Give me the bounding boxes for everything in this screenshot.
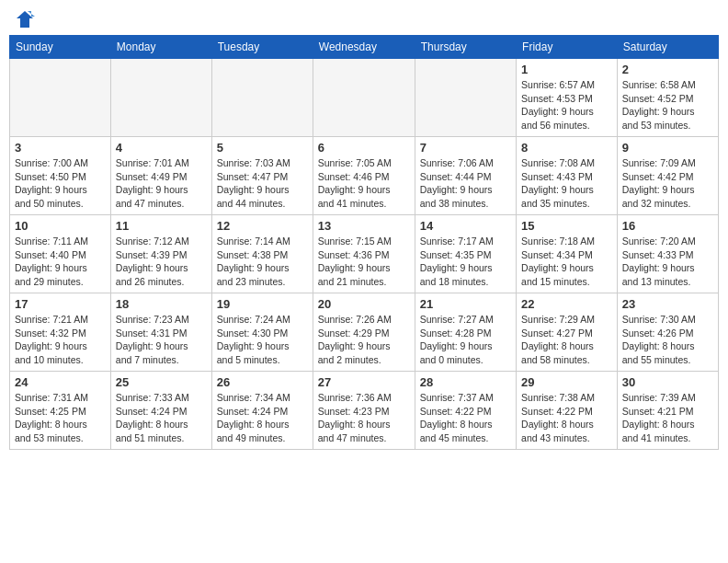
day-info: Sunrise: 6:58 AM Sunset: 4:52 PM Dayligh… — [622, 78, 713, 132]
day-info: Sunrise: 7:08 AM Sunset: 4:43 PM Dayligh… — [521, 156, 612, 211]
calendar-cell: 3Sunrise: 7:00 AM Sunset: 4:50 PM Daylig… — [10, 137, 111, 215]
week-row-4: 17Sunrise: 7:21 AM Sunset: 4:32 PM Dayli… — [10, 293, 719, 372]
day-info: Sunrise: 7:39 AM Sunset: 4:21 PM Dayligh… — [622, 391, 713, 445]
week-row-2: 3Sunrise: 7:00 AM Sunset: 4:50 PM Daylig… — [10, 137, 719, 215]
calendar-cell: 10Sunrise: 7:11 AM Sunset: 4:40 PM Dayli… — [10, 215, 111, 293]
day-header-saturday: Saturday — [617, 36, 718, 59]
day-info: Sunrise: 7:06 AM Sunset: 4:44 PM Dayligh… — [420, 156, 511, 211]
day-number: 26 — [217, 375, 308, 389]
calendar: SundayMondayTuesdayWednesdayThursdayFrid… — [9, 35, 719, 450]
day-info: Sunrise: 6:57 AM Sunset: 4:53 PM Dayligh… — [521, 78, 612, 132]
calendar-cell: 12Sunrise: 7:14 AM Sunset: 4:38 PM Dayli… — [211, 215, 313, 293]
day-number: 22 — [521, 297, 612, 311]
day-number: 6 — [318, 141, 410, 155]
day-number: 11 — [116, 219, 207, 233]
day-number: 29 — [521, 375, 612, 389]
week-row-3: 10Sunrise: 7:11 AM Sunset: 4:40 PM Dayli… — [10, 215, 719, 293]
day-number: 30 — [622, 375, 713, 389]
calendar-cell: 9Sunrise: 7:09 AM Sunset: 4:42 PM Daylig… — [617, 137, 718, 215]
week-row-1: 1Sunrise: 6:57 AM Sunset: 4:53 PM Daylig… — [10, 59, 719, 137]
page: SundayMondayTuesdayWednesdayThursdayFrid… — [0, 0, 728, 563]
day-number: 14 — [420, 219, 511, 233]
day-number: 13 — [318, 219, 410, 233]
logo-text — [13, 9, 35, 29]
calendar-cell — [313, 59, 415, 137]
calendar-cell: 29Sunrise: 7:38 AM Sunset: 4:22 PM Dayli… — [517, 372, 618, 450]
calendar-cell: 28Sunrise: 7:37 AM Sunset: 4:22 PM Dayli… — [415, 372, 516, 450]
calendar-cell: 6Sunrise: 7:05 AM Sunset: 4:46 PM Daylig… — [313, 137, 415, 215]
calendar-cell: 25Sunrise: 7:33 AM Sunset: 4:24 PM Dayli… — [110, 372, 211, 450]
day-number: 17 — [15, 297, 106, 311]
calendar-cell: 17Sunrise: 7:21 AM Sunset: 4:32 PM Dayli… — [10, 293, 111, 372]
day-number: 9 — [622, 141, 713, 155]
day-number: 23 — [622, 297, 713, 311]
calendar-cell: 18Sunrise: 7:23 AM Sunset: 4:31 PM Dayli… — [110, 293, 211, 372]
day-info: Sunrise: 7:23 AM Sunset: 4:31 PM Dayligh… — [116, 313, 207, 367]
day-number: 12 — [217, 219, 308, 233]
calendar-cell: 20Sunrise: 7:26 AM Sunset: 4:29 PM Dayli… — [313, 293, 415, 372]
day-info: Sunrise: 7:12 AM Sunset: 4:39 PM Dayligh… — [116, 235, 207, 289]
day-info: Sunrise: 7:18 AM Sunset: 4:34 PM Dayligh… — [521, 235, 612, 289]
calendar-cell — [415, 59, 516, 137]
day-number: 16 — [622, 219, 713, 233]
day-info: Sunrise: 7:33 AM Sunset: 4:24 PM Dayligh… — [116, 391, 207, 445]
day-header-sunday: Sunday — [10, 36, 111, 59]
logo-icon — [15, 9, 35, 29]
calendar-cell: 5Sunrise: 7:03 AM Sunset: 4:47 PM Daylig… — [211, 137, 313, 215]
calendar-cell: 21Sunrise: 7:27 AM Sunset: 4:28 PM Dayli… — [415, 293, 516, 372]
day-number: 27 — [318, 375, 410, 389]
day-header-friday: Friday — [517, 36, 618, 59]
day-info: Sunrise: 7:03 AM Sunset: 4:47 PM Dayligh… — [217, 156, 308, 211]
calendar-cell: 27Sunrise: 7:36 AM Sunset: 4:23 PM Dayli… — [313, 372, 415, 450]
calendar-cell: 2Sunrise: 6:58 AM Sunset: 4:52 PM Daylig… — [617, 59, 718, 137]
calendar-cell: 15Sunrise: 7:18 AM Sunset: 4:34 PM Dayli… — [517, 215, 618, 293]
day-info: Sunrise: 7:30 AM Sunset: 4:26 PM Dayligh… — [622, 313, 713, 367]
day-info: Sunrise: 7:27 AM Sunset: 4:28 PM Dayligh… — [420, 313, 511, 367]
day-header-monday: Monday — [110, 36, 211, 59]
day-info: Sunrise: 7:24 AM Sunset: 4:30 PM Dayligh… — [217, 313, 308, 367]
day-header-thursday: Thursday — [415, 36, 516, 59]
day-number: 24 — [15, 375, 106, 389]
calendar-cell — [110, 59, 211, 137]
day-number: 7 — [420, 141, 511, 155]
calendar-cell: 8Sunrise: 7:08 AM Sunset: 4:43 PM Daylig… — [517, 137, 618, 215]
calendar-cell: 24Sunrise: 7:31 AM Sunset: 4:25 PM Dayli… — [10, 372, 111, 450]
svg-marker-0 — [17, 11, 33, 28]
day-info: Sunrise: 7:17 AM Sunset: 4:35 PM Dayligh… — [420, 235, 511, 289]
day-number: 28 — [420, 375, 511, 389]
day-number: 20 — [318, 297, 410, 311]
day-header-wednesday: Wednesday — [313, 36, 415, 59]
day-info: Sunrise: 7:21 AM Sunset: 4:32 PM Dayligh… — [15, 313, 106, 367]
day-number: 18 — [116, 297, 207, 311]
day-number: 4 — [116, 141, 207, 155]
day-info: Sunrise: 7:20 AM Sunset: 4:33 PM Dayligh… — [622, 235, 713, 289]
calendar-cell: 13Sunrise: 7:15 AM Sunset: 4:36 PM Dayli… — [313, 215, 415, 293]
day-info: Sunrise: 7:26 AM Sunset: 4:29 PM Dayligh… — [318, 313, 410, 367]
calendar-cell: 7Sunrise: 7:06 AM Sunset: 4:44 PM Daylig… — [415, 137, 516, 215]
day-info: Sunrise: 7:38 AM Sunset: 4:22 PM Dayligh… — [521, 391, 612, 445]
calendar-cell: 16Sunrise: 7:20 AM Sunset: 4:33 PM Dayli… — [617, 215, 718, 293]
day-number: 3 — [15, 141, 106, 155]
calendar-cell: 1Sunrise: 6:57 AM Sunset: 4:53 PM Daylig… — [517, 59, 618, 137]
day-info: Sunrise: 7:00 AM Sunset: 4:50 PM Dayligh… — [15, 156, 106, 211]
day-number: 1 — [521, 63, 612, 76]
day-info: Sunrise: 7:11 AM Sunset: 4:40 PM Dayligh… — [15, 235, 106, 289]
day-header-tuesday: Tuesday — [211, 36, 313, 59]
day-number: 2 — [622, 63, 713, 76]
day-number: 21 — [420, 297, 511, 311]
day-number: 10 — [15, 219, 106, 233]
day-info: Sunrise: 7:31 AM Sunset: 4:25 PM Dayligh… — [15, 391, 106, 445]
day-number: 8 — [521, 141, 612, 155]
week-row-5: 24Sunrise: 7:31 AM Sunset: 4:25 PM Dayli… — [10, 372, 719, 450]
calendar-cell: 19Sunrise: 7:24 AM Sunset: 4:30 PM Dayli… — [211, 293, 313, 372]
day-info: Sunrise: 7:01 AM Sunset: 4:49 PM Dayligh… — [116, 156, 207, 211]
calendar-cell: 14Sunrise: 7:17 AM Sunset: 4:35 PM Dayli… — [415, 215, 516, 293]
day-info: Sunrise: 7:34 AM Sunset: 4:24 PM Dayligh… — [217, 391, 308, 445]
day-number: 19 — [217, 297, 308, 311]
day-info: Sunrise: 7:36 AM Sunset: 4:23 PM Dayligh… — [318, 391, 410, 445]
calendar-header-row: SundayMondayTuesdayWednesdayThursdayFrid… — [10, 36, 719, 59]
day-number: 15 — [521, 219, 612, 233]
calendar-cell: 30Sunrise: 7:39 AM Sunset: 4:21 PM Dayli… — [617, 372, 718, 450]
calendar-cell: 11Sunrise: 7:12 AM Sunset: 4:39 PM Dayli… — [110, 215, 211, 293]
calendar-cell: 4Sunrise: 7:01 AM Sunset: 4:49 PM Daylig… — [110, 137, 211, 215]
